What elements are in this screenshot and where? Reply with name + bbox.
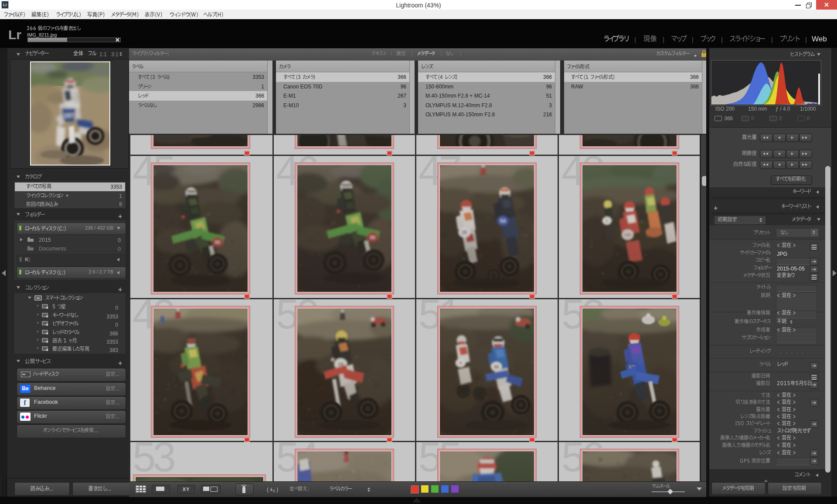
svg-text:): ) <box>276 486 278 493</box>
svg-text:Z: Z <box>273 489 276 493</box>
svg-text:A: A <box>270 487 272 492</box>
svg-text:187: 187 <box>63 112 74 119</box>
svg-text:(: ( <box>267 486 269 493</box>
